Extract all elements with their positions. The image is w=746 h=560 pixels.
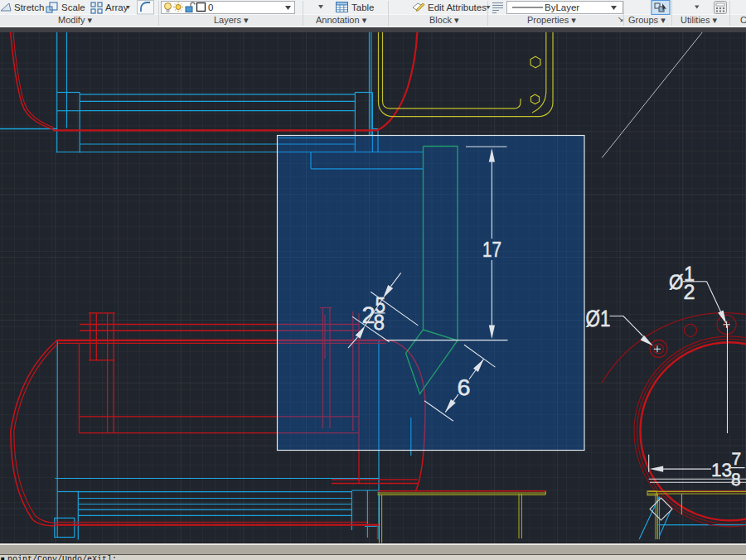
- svg-text:7: 7: [732, 450, 742, 469]
- svg-text:8: 8: [374, 310, 385, 335]
- svg-text:Ø: Ø: [669, 271, 684, 294]
- svg-text:17: 17: [482, 237, 501, 262]
- svg-text:13: 13: [711, 460, 732, 480]
- svg-text:Ø1: Ø1: [586, 306, 611, 331]
- svg-text:6: 6: [458, 375, 471, 400]
- svg-text:8: 8: [731, 471, 741, 490]
- svg-text:2: 2: [683, 281, 695, 304]
